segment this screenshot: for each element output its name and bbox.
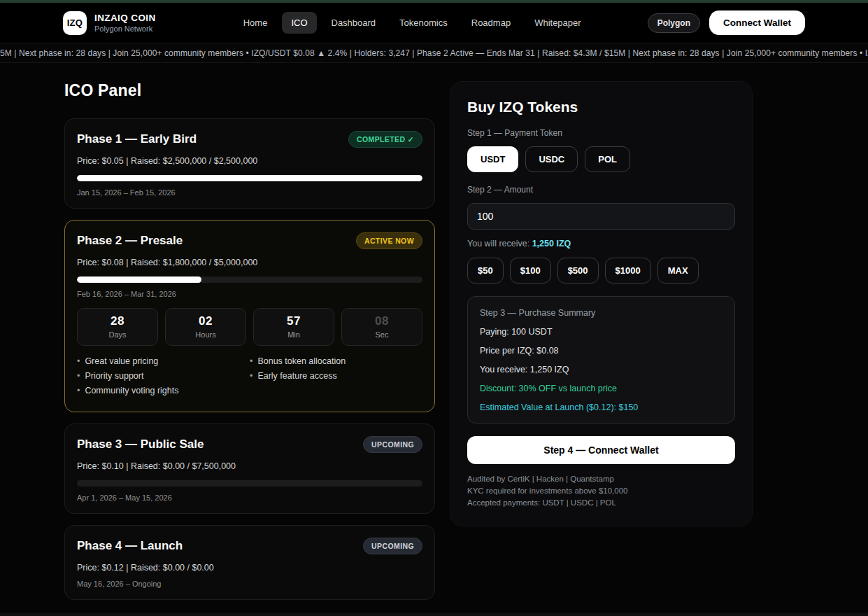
- benefit-item: •Community voting rights: [77, 386, 250, 396]
- token-button-pol[interactable]: POL: [585, 146, 630, 172]
- quick-amount-row: $50 $100 $500 $1000 MAX: [467, 258, 735, 284]
- brand-subtitle: Polygon Network: [94, 24, 156, 33]
- phase-2-price-line: Price: $0.08 | Raised: $1,800,000 / $5,0…: [77, 258, 422, 267]
- token-button-usdt[interactable]: USDT: [467, 146, 518, 172]
- bottom-edge-strip: [0, 613, 868, 616]
- summary-estimated-value: Estimated Value at Launch ($0.12): $150: [480, 402, 723, 412]
- token-button-usdc[interactable]: USDC: [525, 146, 578, 172]
- summary-discount: Discount: 30% OFF vs launch price: [480, 384, 723, 393]
- nav-links: Home ICO Dashboard Tokenomics Roadmap Wh…: [213, 12, 590, 34]
- countdown: 28 Days 02 Hours 57 Min 08 Sec: [77, 308, 422, 346]
- nav-link-whitepaper[interactable]: Whitepaper: [525, 12, 590, 34]
- step2-label: Step 2 — Amount: [467, 185, 735, 195]
- page-title: ICO Panel: [64, 81, 435, 100]
- bullet-icon: •: [77, 356, 80, 366]
- phase-4-dates: May 16, 2026 – Ongoing: [77, 580, 422, 588]
- countdown-hours: 02 Hours: [165, 308, 246, 346]
- benefit-item: •Great value pricing: [77, 356, 250, 366]
- phase-1-price-line: Price: $0.05 | Raised: $2,500,000 / $2,5…: [77, 156, 422, 166]
- countdown-seconds-label: Sec: [342, 330, 422, 339]
- izq-logo: IZQ: [63, 11, 87, 35]
- phase-1-dates: Jan 15, 2026 – Feb 15, 2026: [77, 188, 422, 197]
- phase-card-1: Phase 1 — Early Bird COMPLETED ✓ Price: …: [64, 118, 435, 209]
- quick-amount-50[interactable]: $50: [467, 258, 504, 284]
- phase-2-progress-fill: [77, 276, 201, 283]
- countdown-minutes: 57 Min: [253, 308, 334, 346]
- receive-label: You will receive:: [467, 239, 529, 248]
- receive-line: You will receive: 1,250 IZQ: [467, 239, 735, 248]
- step4-connect-wallet-button[interactable]: Step 4 — Connect Wallet: [467, 436, 735, 464]
- phase-3-price-line: Price: $0.10 | Raised: $0.00 / $7,500,00…: [77, 461, 422, 471]
- nav-link-tokenomics[interactable]: Tokenomics: [390, 12, 457, 34]
- bullet-icon: •: [250, 356, 252, 366]
- main-content: ICO Panel Phase 1 — Early Bird COMPLETED…: [0, 63, 868, 611]
- countdown-seconds: 08 Sec: [341, 308, 422, 346]
- network-badge[interactable]: Polygon: [648, 13, 700, 33]
- buy-panel: Buy IZQ Tokens Step 1 — Payment Token US…: [450, 81, 753, 526]
- connect-wallet-button[interactable]: Connect Wallet: [709, 10, 805, 35]
- phase-2-progress-track: [77, 276, 422, 283]
- bullet-icon: •: [77, 371, 80, 381]
- countdown-minutes-value: 57: [254, 314, 334, 328]
- countdown-days-value: 28: [78, 314, 157, 328]
- summary-title: Step 3 — Purchase Summary: [480, 308, 723, 318]
- quick-amount-max[interactable]: MAX: [657, 258, 699, 284]
- brand: IZQ INZAIQ COIN Polygon Network: [63, 11, 156, 35]
- summary-you-receive: You receive: 1,250 IZQ: [480, 365, 723, 374]
- payment-token-row: USDT USDC POL: [467, 146, 735, 172]
- kyc-note: KYC required for investments above $10,0…: [467, 486, 735, 495]
- ticker-text: 5M | Next phase in: 28 days | Join 25,00…: [0, 48, 868, 58]
- countdown-seconds-value: 08: [342, 314, 422, 328]
- ico-panel: ICO Panel Phase 1 — Early Bird COMPLETED…: [64, 81, 435, 611]
- audit-note: Audited by CertiK | Hacken | Quantstamp: [467, 475, 735, 483]
- payments-note: Accepted payments: USDT | USDC | POL: [467, 498, 735, 507]
- phase-3-dates: Apr 1, 2026 – May 15, 2026: [77, 493, 422, 502]
- phase-1-title: Phase 1 — Early Bird: [77, 132, 197, 146]
- phase-4-title: Phase 4 — Launch: [77, 539, 183, 553]
- benefit-item: •Priority support: [77, 371, 250, 381]
- phase-card-3: Phase 3 — Public Sale UPCOMING Price: $0…: [64, 424, 435, 514]
- purchase-summary: Step 3 — Purchase Summary Paying: 100 US…: [467, 296, 735, 424]
- amount-input[interactable]: [467, 203, 735, 230]
- benefit-item: •Early feature access: [250, 371, 422, 381]
- benefit-item: •Bonus token allocation: [250, 356, 422, 366]
- phase-3-status-badge: UPCOMING: [363, 436, 422, 453]
- phase-1-progress-track: [77, 175, 422, 181]
- nav-link-roadmap[interactable]: Roadmap: [462, 12, 520, 34]
- phase-2-benefits: •Great value pricing •Priority support •…: [77, 356, 422, 400]
- receive-value: 1,250 IZQ: [532, 239, 571, 248]
- countdown-minutes-label: Min: [254, 330, 334, 339]
- buy-panel-title: Buy IZQ Tokens: [467, 99, 735, 115]
- buy-panel-footer: Audited by CertiK | Hacken | Quantstamp …: [467, 475, 735, 507]
- buy-panel-column: Buy IZQ Tokens Step 1 — Payment Token US…: [450, 81, 753, 526]
- brand-name: INZAIQ COIN: [94, 13, 156, 23]
- phase-4-price-line: Price: $0.12 | Raised: $0.00 / $0.00: [77, 563, 422, 573]
- nav-actions: Polygon Connect Wallet: [648, 10, 805, 35]
- phase-2-status-badge: ACTIVE NOW: [356, 232, 422, 249]
- nav-link-ico[interactable]: ICO: [282, 12, 316, 34]
- quick-amount-500[interactable]: $500: [557, 258, 599, 284]
- summary-price-per-izq: Price per IZQ: $0.08: [480, 346, 723, 356]
- phase-1-status-badge: COMPLETED ✓: [348, 131, 422, 148]
- bullet-icon: •: [77, 386, 80, 396]
- summary-paying: Paying: 100 USDT: [480, 327, 723, 337]
- nav-link-dashboard[interactable]: Dashboard: [322, 12, 385, 34]
- phase-4-status-badge: UPCOMING: [363, 538, 422, 554]
- phase-card-2: Phase 2 — Presale ACTIVE NOW Price: $0.0…: [64, 220, 435, 412]
- nav-link-home[interactable]: Home: [234, 12, 277, 34]
- navbar: IZQ INZAIQ COIN Polygon Network Home ICO…: [0, 3, 868, 43]
- phase-2-title: Phase 2 — Presale: [77, 234, 183, 248]
- phase-card-4: Phase 4 — Launch UPCOMING Price: $0.12 |…: [64, 525, 435, 600]
- step1-label: Step 1 — Payment Token: [467, 128, 735, 138]
- countdown-hours-value: 02: [166, 314, 246, 328]
- countdown-days-label: Days: [78, 330, 157, 339]
- countdown-hours-label: Hours: [166, 330, 246, 339]
- quick-amount-1000[interactable]: $1000: [605, 258, 651, 284]
- phase-1-progress-fill: [77, 175, 422, 181]
- news-ticker: 5M | Next phase in: 28 days | Join 25,00…: [0, 43, 868, 63]
- phase-3-title: Phase 3 — Public Sale: [77, 438, 204, 451]
- countdown-days: 28 Days: [77, 308, 158, 346]
- bullet-icon: •: [250, 371, 252, 381]
- logo-text: IZQ: [67, 18, 83, 28]
- quick-amount-100[interactable]: $100: [510, 258, 551, 284]
